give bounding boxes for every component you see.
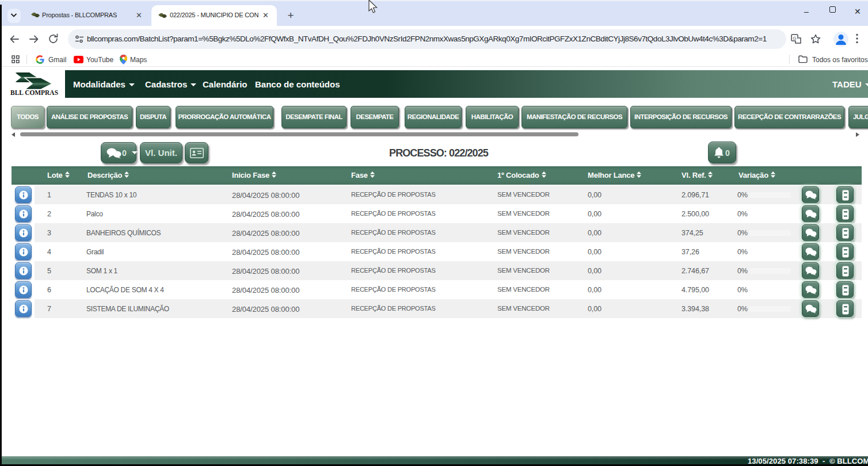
svg-text:BLL COMPRAS: BLL COMPRAS <box>10 89 58 97</box>
svg-text:G: G <box>793 36 796 41</box>
